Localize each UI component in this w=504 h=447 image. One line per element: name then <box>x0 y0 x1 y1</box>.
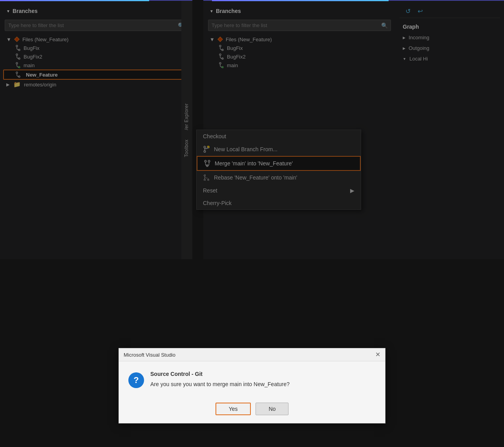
modal-title: Microsoft Visual Studio <box>124 352 175 358</box>
modal-dialog: Microsoft Visual Studio ✕ ? Source Contr… <box>119 348 385 423</box>
progress-bar-right <box>212 0 389 1</box>
modal-close-button[interactable]: ✕ <box>375 352 380 358</box>
modal-body: ? Source Control - Git Are you sure you … <box>119 361 385 396</box>
question-mark: ? <box>133 375 139 385</box>
yes-button[interactable]: Yes <box>215 403 251 415</box>
no-button[interactable]: No <box>256 403 289 415</box>
progress-bar-left <box>0 0 149 1</box>
question-icon: ? <box>128 372 144 388</box>
modal-subtitle: Source Control - Git <box>150 371 376 377</box>
modal-titlebar: Microsoft Visual Studio ✕ <box>119 348 385 361</box>
modal-content-row: ? Source Control - Git Are you sure you … <box>128 371 376 388</box>
modal-overlay: Microsoft Visual Studio ✕ ? Source Contr… <box>0 0 504 447</box>
modal-message: Are you sure you want to merge main into… <box>150 380 376 388</box>
modal-text-section: Source Control - Git Are you sure you wa… <box>150 371 376 388</box>
modal-footer: Yes No <box>119 396 385 423</box>
